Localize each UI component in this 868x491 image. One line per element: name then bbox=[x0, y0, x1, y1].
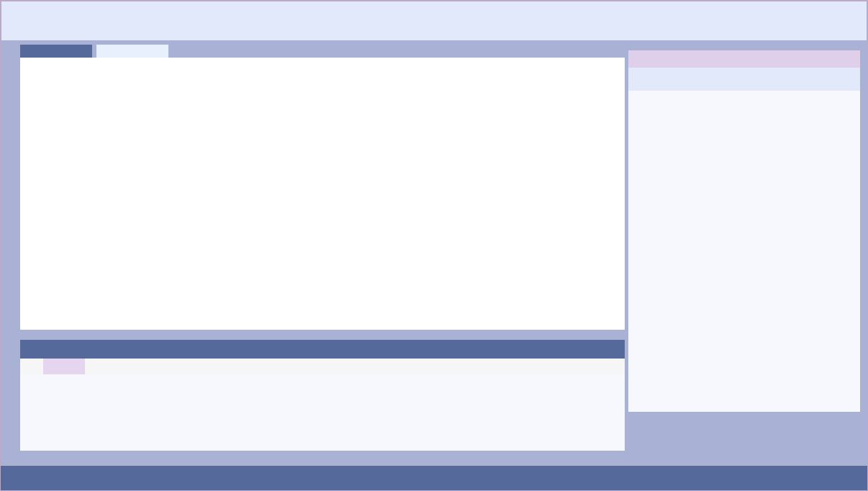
editor-tabs bbox=[20, 45, 168, 58]
app-window bbox=[0, 0, 868, 491]
top-toolbar bbox=[1, 1, 867, 40]
bottom-panel-body[interactable] bbox=[20, 374, 625, 451]
editor-content[interactable] bbox=[20, 58, 625, 330]
side-panel-body[interactable] bbox=[628, 91, 860, 412]
bottom-panel-tabstrip bbox=[20, 359, 625, 374]
main-workspace bbox=[1, 40, 867, 466]
bottom-panel bbox=[20, 340, 625, 451]
side-panel bbox=[628, 50, 860, 412]
bottom-panel-header[interactable] bbox=[20, 340, 625, 359]
tab-inactive[interactable] bbox=[96, 45, 168, 58]
side-panel-subtitle bbox=[628, 68, 860, 91]
tab-active[interactable] bbox=[20, 45, 92, 58]
side-panel-title[interactable] bbox=[628, 50, 860, 68]
bottom-panel-tab[interactable] bbox=[43, 359, 85, 374]
status-bar bbox=[1, 466, 867, 490]
